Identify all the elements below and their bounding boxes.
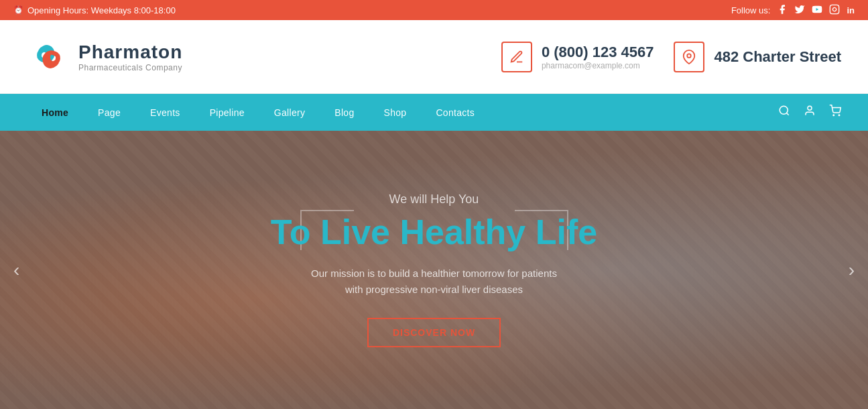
hero-content: We will Help You To Live Healthy Life Ou… — [257, 192, 611, 347]
address-contact: 482 Charter Street — [674, 42, 841, 72]
nav-item-contacts[interactable]: Contacts — [421, 94, 489, 131]
nav-item-pipeline[interactable]: Pipeline — [195, 94, 259, 131]
cart-icon[interactable] — [829, 105, 841, 120]
location-icon-box — [674, 42, 704, 72]
phone-contact: 0 (800) 123 4567 pharmacom@example.com — [501, 42, 654, 72]
follow-label: Follow us: — [731, 5, 771, 15]
opening-hours-section: ⏰ Opening Hours: Weekdays 8:00-18:00 — [13, 5, 176, 15]
twitter-icon[interactable] — [794, 4, 805, 17]
svg-rect-1 — [830, 5, 839, 13]
phone-info: 0 (800) 123 4567 pharmacom@example.com — [542, 44, 654, 70]
clock-icon: ⏰ — [13, 5, 23, 15]
opening-hours-text: Opening Hours: Weekdays 8:00-18:00 — [27, 5, 176, 15]
nav-item-page[interactable]: Page — [83, 94, 135, 131]
svg-point-6 — [808, 106, 812, 110]
header-contacts: 0 (800) 123 4567 pharmacom@example.com 4… — [501, 42, 841, 72]
email-address: pharmacom@example.com — [542, 61, 654, 70]
hero-subtitle: We will Help You — [271, 192, 597, 207]
street-address: 482 Charter Street — [714, 48, 841, 66]
instagram-icon[interactable] — [829, 4, 840, 17]
svg-point-3 — [688, 54, 692, 58]
company-tagline: Pharmaceuticals Company — [78, 63, 182, 72]
company-name: Pharmaton — [78, 42, 182, 63]
phone-icon-box — [501, 42, 532, 72]
nav-utility-icons — [778, 105, 841, 120]
hero-section: We will Help You To Live Healthy Life Ou… — [0, 131, 868, 409]
svg-point-4 — [780, 106, 788, 114]
discover-now-button[interactable]: Discover Now — [367, 318, 501, 347]
nav-item-home[interactable]: Home — [27, 94, 83, 131]
header: Pharmaton Pharmaceuticals Company 0 (800… — [0, 20, 868, 94]
hero-next-button[interactable]: › — [842, 253, 861, 288]
phone-number: 0 (800) 123 4567 — [542, 44, 654, 61]
linkedin-icon[interactable]: in — [847, 5, 855, 15]
navbar: Home Page Events Pipeline Gallery Blog S… — [0, 94, 868, 131]
logo-icon — [27, 35, 70, 78]
facebook-icon[interactable] — [777, 4, 788, 17]
hero-title: To Live Healthy Life — [271, 213, 597, 251]
logo-text: Pharmaton Pharmaceuticals Company — [78, 42, 182, 72]
user-icon[interactable] — [804, 105, 816, 120]
nav-links: Home Page Events Pipeline Gallery Blog S… — [27, 94, 489, 131]
nav-item-blog[interactable]: Blog — [320, 94, 369, 131]
nav-item-shop[interactable]: Shop — [369, 94, 422, 131]
search-icon[interactable] — [778, 105, 790, 120]
youtube-icon[interactable] — [812, 4, 822, 17]
social-section: Follow us: in — [731, 4, 855, 17]
hero-prev-button[interactable]: ‹ — [7, 253, 26, 288]
logo-area: Pharmaton Pharmaceuticals Company — [27, 35, 182, 78]
top-bar: ⏰ Opening Hours: Weekdays 8:00-18:00 Fol… — [0, 0, 868, 20]
nav-item-gallery[interactable]: Gallery — [259, 94, 320, 131]
hero-description: Our mission is to build a healthier tomo… — [271, 266, 597, 298]
nav-item-events[interactable]: Events — [135, 94, 195, 131]
svg-point-8 — [839, 115, 840, 116]
svg-line-5 — [786, 113, 788, 115]
svg-point-7 — [833, 115, 834, 116]
